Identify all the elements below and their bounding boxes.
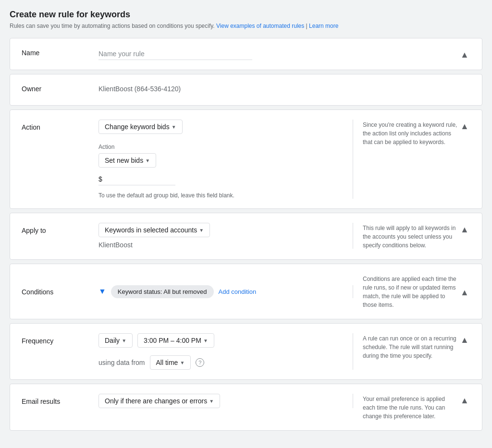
name-input[interactable]	[98, 48, 252, 60]
page-title: Create new rule for keywords	[10, 10, 482, 20]
apply-section-row: Apply to Keywords in selected accounts ▼…	[10, 213, 482, 259]
email-section-card: Email results Only if there are changes …	[10, 384, 482, 431]
page-container: Create new rule for keywords Rules can s…	[10, 10, 482, 431]
time-range-dropdown[interactable]: 3:00 PM – 4:00 PM ▼	[137, 333, 214, 348]
frequency-label: Frequency	[22, 333, 98, 345]
frequency-info: A rule can run once or on a recurring sc…	[353, 333, 459, 360]
pipe-separator: |	[306, 23, 308, 29]
bid-amount-input[interactable]	[104, 175, 175, 183]
owner-section-row: Owner KlientBoost (864-536-4120)	[10, 74, 482, 105]
owner-section-card: Owner KlientBoost (864-536-4120)	[10, 74, 482, 106]
conditions-info: Conditions are applied each time the rul…	[353, 274, 459, 309]
data-range-info-icon[interactable]: ?	[196, 358, 204, 367]
frequency-dropdown-arrow: ▼	[122, 338, 126, 343]
frequency-section-row: Frequency Daily ▼ 3:00 PM – 4:00 PM ▼ us…	[10, 324, 482, 379]
frequency-dropdown-label: Daily	[105, 337, 120, 344]
conditions-section-row: Conditions ▼ Keyword status: All but rem…	[10, 264, 482, 319]
frequency-dropdown[interactable]: Daily ▼	[98, 333, 133, 348]
action-sub-dropdown-arrow: ▼	[145, 158, 150, 163]
action-dropdown-arrow: ▼	[172, 124, 176, 130]
action-sub-label: Action	[98, 144, 343, 150]
action-hint: To use the default ad group bid, leave t…	[98, 192, 343, 199]
email-label: Email results	[22, 394, 98, 405]
email-dropdown[interactable]: Only if there are changes or errors ▼	[98, 394, 220, 408]
add-condition-link[interactable]: Add condition	[219, 288, 257, 295]
action-section-row: Action Change keyword bids ▼ Action Set …	[10, 110, 482, 208]
owner-content: KlientBoost (864-536-4120)	[98, 84, 470, 93]
frequency-row: Daily ▼ 3:00 PM – 4:00 PM ▼	[98, 333, 343, 348]
email-dropdown-label: Only if there are changes or errors	[105, 397, 207, 405]
owner-value: KlientBoost (864-536-4120)	[98, 84, 470, 93]
name-section-row: Name ▲	[10, 38, 482, 70]
action-section-card: Action Change keyword bids ▼ Action Set …	[10, 109, 482, 209]
apply-selected-account: KlientBoost	[98, 241, 343, 249]
action-label: Action	[22, 120, 98, 131]
action-sub-dropdown-label: Set new bids	[105, 157, 143, 164]
name-label: Name	[22, 48, 98, 57]
name-collapse-icon[interactable]: ▲	[459, 48, 470, 60]
apply-dropdown[interactable]: Keywords in selected accounts ▼	[98, 223, 210, 237]
data-range-arrow: ▼	[180, 360, 184, 365]
data-range-dropdown[interactable]: All time ▼	[150, 355, 191, 370]
condition-row: ▼ Keyword status: All but removed Add co…	[98, 285, 343, 298]
using-data-row: using data from All time ▼ ?	[98, 355, 343, 370]
condition-chip[interactable]: Keyword status: All but removed	[111, 285, 214, 298]
filter-icon: ▼	[98, 287, 106, 296]
email-content: Only if there are changes or errors ▼	[98, 394, 353, 408]
conditions-content: ▼ Keyword status: All but removed Add co…	[98, 285, 353, 298]
time-range-arrow: ▼	[203, 338, 208, 343]
apply-section-card: Apply to Keywords in selected accounts ▼…	[10, 213, 482, 260]
apply-info: This rule will apply to all keywords in …	[353, 223, 459, 250]
subtitle-text: Rules can save you time by automating ac…	[10, 23, 215, 29]
apply-dropdown-arrow: ▼	[199, 228, 204, 233]
apply-content: Keywords in selected accounts ▼ KlientBo…	[98, 223, 353, 249]
name-content	[98, 48, 459, 60]
apply-collapse-icon[interactable]: ▲	[459, 223, 470, 235]
frequency-collapse-icon[interactable]: ▲	[459, 333, 470, 345]
conditions-label: Conditions	[22, 287, 98, 296]
data-range-label: All time	[156, 359, 178, 366]
action-info: Since you're creating a keyword rule, th…	[353, 120, 459, 146]
email-section-row: Email results Only if there are changes …	[10, 384, 482, 430]
time-range-label: 3:00 PM – 4:00 PM	[144, 337, 201, 344]
learn-more-link[interactable]: Learn more	[309, 23, 338, 29]
frequency-content: Daily ▼ 3:00 PM – 4:00 PM ▼ using data f…	[98, 333, 353, 370]
action-dropdown-label: Change keyword bids	[105, 123, 170, 131]
conditions-section-card: Conditions ▼ Keyword status: All but rem…	[10, 264, 482, 319]
action-main-dropdown[interactable]: Change keyword bids ▼	[98, 120, 183, 134]
email-info: Your email preference is applied each ti…	[353, 394, 459, 421]
frequency-section-card: Frequency Daily ▼ 3:00 PM – 4:00 PM ▼ us…	[10, 323, 482, 380]
name-section-card: Name ▲	[10, 38, 482, 70]
action-content: Change keyword bids ▼ Action Set new bid…	[98, 120, 353, 199]
action-sub-dropdown[interactable]: Set new bids ▼	[98, 153, 156, 168]
apply-dropdown-label: Keywords in selected accounts	[105, 226, 197, 234]
owner-label: Owner	[22, 84, 98, 93]
action-collapse-icon[interactable]: ▲	[459, 120, 470, 132]
apply-label: Apply to	[22, 223, 98, 234]
using-data-label: using data from	[98, 359, 145, 366]
email-dropdown-arrow: ▼	[209, 399, 214, 404]
dollar-sign: $	[98, 175, 102, 183]
email-collapse-icon[interactable]: ▲	[459, 394, 470, 406]
view-examples-link[interactable]: View examples of automated rules	[216, 23, 304, 29]
conditions-collapse-icon[interactable]: ▲	[459, 286, 470, 298]
dollar-input-wrap: $	[98, 173, 175, 185]
page-subtitle: Rules can save you time by automating ac…	[10, 23, 482, 29]
